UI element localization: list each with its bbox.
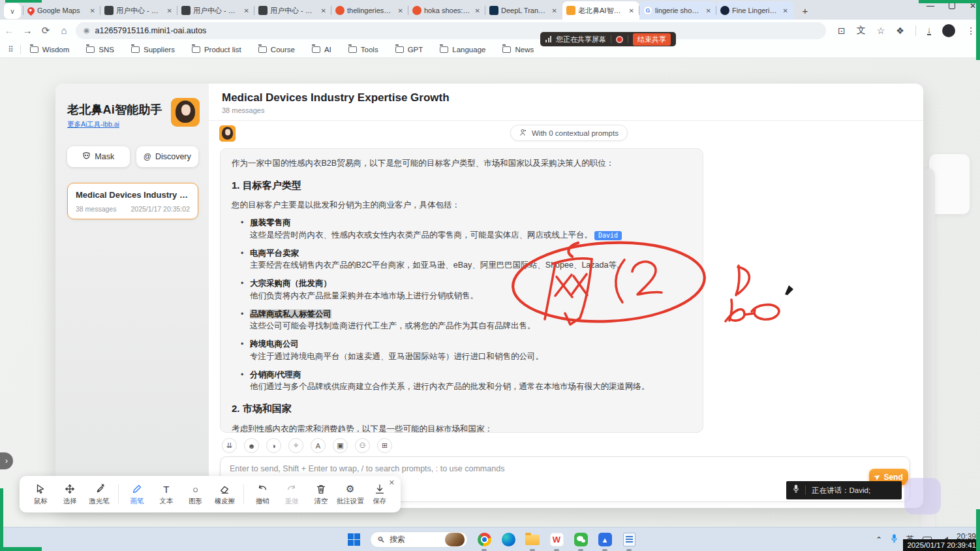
tool-clear[interactable]: 清空 bbox=[307, 482, 336, 506]
blue-app-icon: ▲ bbox=[598, 533, 612, 546]
bookmark-star-icon[interactable]: ☆ bbox=[877, 25, 885, 36]
tool-eraser[interactable]: 橡皮擦 bbox=[210, 482, 239, 506]
back-icon[interactable]: ← bbox=[0, 25, 18, 36]
discovery-button[interactable]: @ Discovery bbox=[136, 146, 199, 167]
bookmark-folder[interactable]: Suppliers bbox=[131, 46, 175, 54]
search-highlight-image bbox=[445, 533, 465, 546]
image-icon[interactable]: ▣ bbox=[333, 438, 348, 453]
bookmark-folder[interactable]: News bbox=[502, 46, 534, 54]
address-bar[interactable]: ◉ a12657915116.mini1-oai.autos bbox=[76, 22, 826, 39]
taskbar-explorer[interactable] bbox=[525, 532, 540, 548]
tab-close-icon[interactable]: ✕ bbox=[320, 7, 328, 14]
taskbar-edge[interactable] bbox=[500, 532, 516, 548]
chat-subtitle: 38 messages bbox=[222, 106, 910, 114]
browser-tab[interactable]: 用户中心 - 首页✕ bbox=[100, 1, 177, 20]
folder-icon bbox=[312, 46, 320, 53]
tab-search-button[interactable]: v bbox=[4, 3, 21, 19]
bookmark-folder[interactable]: Course bbox=[258, 46, 295, 54]
tab-close-icon[interactable]: ✕ bbox=[397, 7, 405, 14]
tab-close-icon[interactable]: ✕ bbox=[89, 7, 97, 14]
message-paragraph: 您的目标客户主要是以批发和分销为主的商业客户，具体包括： bbox=[232, 199, 692, 212]
collapse-icon[interactable]: ⇊ bbox=[222, 438, 237, 453]
start-button[interactable] bbox=[346, 532, 361, 548]
taskbar-notepad[interactable] bbox=[621, 532, 637, 548]
list-item: 服装零售商这些是经营时尚内衣、性感内衣或女性内衣类产品的零售商，可能是实体店、网… bbox=[241, 217, 692, 242]
taskbar-wps[interactable]: W bbox=[549, 532, 564, 548]
bookmark-folder[interactable]: GPT bbox=[395, 46, 423, 54]
theme-icon[interactable]: ◑ bbox=[266, 438, 281, 453]
plugin-grid-icon[interactable]: ⊞ bbox=[377, 438, 392, 453]
stop-sharing-button[interactable]: 结束共享 bbox=[633, 33, 671, 46]
toolbar-close-icon[interactable]: ✕ bbox=[389, 479, 395, 487]
downloads-icon[interactable]: ↓ bbox=[927, 26, 932, 35]
tab-close-icon[interactable]: ✕ bbox=[782, 7, 789, 14]
taskbar-app-blue[interactable]: ▲ bbox=[597, 532, 613, 548]
taskbar-wechat[interactable] bbox=[573, 532, 589, 548]
browser-tab-active[interactable]: 老北鼻AI智能助手✕ bbox=[562, 1, 639, 20]
tool-settings[interactable]: ⚙ 批注设置 bbox=[335, 482, 365, 506]
browser-tab[interactable]: hoka shoes: Ove✕ bbox=[408, 1, 485, 20]
home-icon[interactable]: ⌂ bbox=[55, 25, 73, 36]
tab-close-icon[interactable]: ✕ bbox=[705, 7, 712, 14]
browser-toolbar: ← → ⟳ ⌂ ◉ a12657915116.mini1-oai.autos ⊡… bbox=[0, 20, 980, 41]
extensions-icon[interactable]: ❖ bbox=[896, 25, 904, 36]
tool-text[interactable]: T 文本 bbox=[151, 482, 181, 506]
google-favicon: G bbox=[643, 6, 652, 15]
new-tab-button[interactable]: + bbox=[797, 3, 813, 18]
tool-select[interactable]: 选择 bbox=[55, 482, 85, 506]
tray-chevron-icon[interactable]: ⌃ bbox=[876, 535, 882, 544]
taskbar-search[interactable]: 🔍︎ 搜索 bbox=[370, 531, 468, 548]
bookmark-folder[interactable]: Language bbox=[440, 46, 485, 54]
menu-kebab-icon[interactable]: ⋮ bbox=[966, 25, 975, 36]
apps-grid-icon[interactable]: ⠿ bbox=[8, 45, 14, 54]
chat-list-item-selected[interactable]: Medical Devices Industry Exp... 38 messa… bbox=[67, 183, 198, 219]
message-heading-2: 2. 市场和国家 bbox=[232, 401, 692, 417]
tab-close-icon[interactable]: ✕ bbox=[628, 7, 635, 14]
list-item: 分销商/代理商他们通过与多个品牌或供应商建立合作关系，进行内衣产品的批发和分销，… bbox=[241, 369, 692, 394]
tab-close-icon[interactable]: ✕ bbox=[166, 7, 174, 14]
tool-pen-active[interactable]: 画笔 bbox=[123, 482, 152, 506]
reload-icon[interactable]: ⟳ bbox=[37, 25, 55, 37]
tool-undo[interactable]: 撤销 bbox=[248, 482, 277, 506]
bookmark-folder[interactable]: Product list bbox=[192, 46, 241, 54]
prompt-wand-icon[interactable]: ✧ bbox=[288, 438, 303, 453]
speaking-indicator: 正在讲话：David; bbox=[786, 481, 902, 499]
robot-icon[interactable]: ⚇ bbox=[355, 438, 370, 453]
cast-icon[interactable]: ⊡ bbox=[838, 25, 846, 36]
tool-redo-disabled[interactable]: 重做 bbox=[277, 482, 307, 506]
emotion-icon[interactable]: ☻ bbox=[244, 438, 259, 453]
browser-tab[interactable]: Glingerie shop - G✕ bbox=[639, 1, 716, 20]
more-tools-link[interactable]: 更多Ai工具-lbb.ai bbox=[67, 120, 119, 129]
tool-laser-pen[interactable]: 激光笔 bbox=[85, 482, 114, 506]
cube-favicon bbox=[181, 6, 191, 15]
mask-button[interactable]: Mask bbox=[67, 146, 130, 167]
site-info-icon[interactable]: ◉ bbox=[84, 26, 90, 35]
browser-tab[interactable]: DeepL Translate✕ bbox=[485, 1, 562, 20]
message-intro: 作为一家中国的性感内衣B2B贸易商，以下是您可能的目标客户类型、市场和国家以及采… bbox=[232, 157, 692, 170]
maximize-button[interactable] bbox=[949, 3, 955, 9]
forward-icon[interactable]: → bbox=[18, 25, 37, 36]
browser-tab[interactable]: Fine Lingerie, Sle✕ bbox=[716, 1, 793, 20]
contextual-prompts-pill[interactable]: With 0 contextual prompts bbox=[510, 125, 628, 141]
taskbar-chrome[interactable] bbox=[476, 532, 492, 548]
tab-close-icon[interactable]: ✕ bbox=[551, 7, 559, 14]
browser-tab[interactable]: 用户中心 - 首页✕ bbox=[177, 1, 254, 20]
chat-main: Medical Devices Industry Expertise Growt… bbox=[209, 84, 923, 508]
bookmark-folder[interactable]: SNS bbox=[86, 46, 114, 54]
bookmark-folder[interactable]: AI bbox=[312, 46, 331, 54]
tool-mouse[interactable]: 鼠标 bbox=[26, 482, 55, 506]
bookmark-folder[interactable]: Wisdom bbox=[30, 46, 70, 54]
tray-microphone-icon[interactable] bbox=[891, 534, 898, 545]
tab-close-icon[interactable]: ✕ bbox=[243, 7, 251, 14]
tab-close-icon[interactable]: ✕ bbox=[474, 7, 482, 14]
text-icon: T bbox=[163, 482, 169, 496]
app-logo-avatar bbox=[171, 98, 200, 127]
browser-tab[interactable]: Google Maps✕ bbox=[23, 1, 100, 20]
translate-icon[interactable]: 文 bbox=[857, 25, 866, 37]
bookmark-folder[interactable]: Tools bbox=[348, 46, 378, 54]
browser-tab[interactable]: thelingerieshop✕ bbox=[331, 1, 408, 20]
browser-tab[interactable]: 用户中心 - 首页✕ bbox=[254, 1, 331, 20]
tool-shape[interactable]: ○ 图形 bbox=[181, 482, 210, 506]
font-size-icon[interactable]: A bbox=[311, 438, 326, 453]
profile-avatar[interactable] bbox=[942, 24, 955, 37]
